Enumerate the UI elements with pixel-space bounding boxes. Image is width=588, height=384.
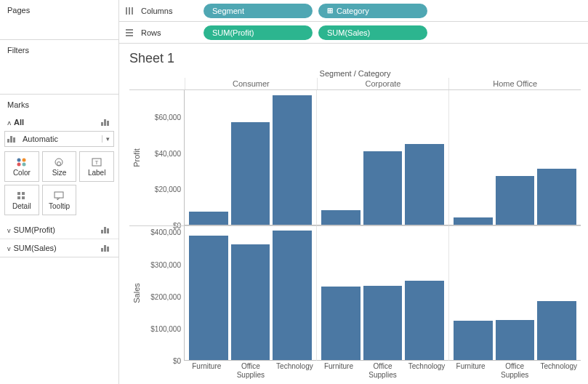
pill-category[interactable]: ⊞Category <box>318 4 427 18</box>
plot-area-profit <box>185 90 581 225</box>
axis-tick: $60,000 <box>155 113 181 121</box>
y-ticks-profit: $60,000$40,000$20,000$0 <box>144 90 185 225</box>
bar[interactable] <box>363 151 403 225</box>
bar-icon <box>101 119 111 126</box>
bar[interactable] <box>496 176 535 224</box>
y-ticks-sales: $400,000$300,000$200,000$100,000$0 <box>144 226 185 361</box>
segment-header-cell[interactable]: Corporate <box>317 78 449 89</box>
svg-rect-12 <box>55 192 63 198</box>
segment-header: ConsumerCorporateHome Office <box>185 78 581 89</box>
tooltip-icon <box>53 191 65 201</box>
x-category-label[interactable]: OfficeSupplies <box>493 361 537 381</box>
mark-type-value: Automatic <box>20 135 102 143</box>
svg-rect-14 <box>129 7 130 15</box>
label-card[interactable]: T Label <box>79 151 114 182</box>
svg-rect-11 <box>22 196 25 199</box>
chart-supertitle: Segment / Category <box>129 69 581 78</box>
segment-group <box>448 226 581 361</box>
main-area: Columns Segment ⊞Category Rows SUM(Profi… <box>119 0 588 384</box>
chevron-down-icon: v <box>7 245 11 252</box>
side-panel: Pages Filters Marks ʌAll Automatic ▾ <box>0 0 119 384</box>
segment-header-cell[interactable]: Consumer <box>185 78 317 89</box>
axis-tick: $400,000 <box>150 228 181 236</box>
x-category-label[interactable]: Technology <box>273 361 317 381</box>
bar[interactable] <box>454 217 493 225</box>
pages-title: Pages <box>7 6 30 15</box>
x-segment: FurnitureOfficeSuppliesTechnology <box>317 361 449 381</box>
segment-header-cell[interactable]: Home Office <box>448 78 581 89</box>
x-category-label[interactable]: Technology <box>536 361 581 381</box>
worksheet: Sheet 1 Segment / Category ConsumerCorpo… <box>119 44 588 384</box>
segment-group <box>185 90 316 225</box>
svg-point-5 <box>57 161 61 165</box>
columns-icon <box>124 7 135 15</box>
bar[interactable] <box>189 212 228 224</box>
marks-all-row[interactable]: ʌAll <box>4 115 114 129</box>
x-category-label[interactable]: OfficeSupplies <box>361 361 405 381</box>
marks-all-label: All <box>14 118 24 127</box>
svg-rect-17 <box>126 32 133 33</box>
bar[interactable] <box>537 301 576 360</box>
bar[interactable] <box>454 321 493 360</box>
svg-rect-8 <box>17 192 20 195</box>
bar[interactable] <box>537 169 576 224</box>
chevron-up-icon: ʌ <box>7 119 11 127</box>
x-category-label[interactable]: Furniture <box>317 361 361 381</box>
columns-label: Columns <box>141 7 198 15</box>
filters-title: Filters <box>7 46 29 55</box>
bar[interactable] <box>321 210 361 225</box>
bar[interactable] <box>189 236 228 360</box>
svg-rect-10 <box>17 196 20 199</box>
rows-shelf[interactable]: Rows SUM(Profit) SUM(Sales) <box>119 22 588 44</box>
svg-rect-16 <box>126 29 133 31</box>
pill-segment[interactable]: Segment <box>204 4 313 18</box>
x-segment: FurnitureOfficeSuppliesTechnology <box>185 361 317 381</box>
marks-card: Marks ʌAll Automatic ▾ Color <box>0 95 118 257</box>
columns-shelf[interactable]: Columns Segment ⊞Category <box>119 0 588 22</box>
x-axis: FurnitureOfficeSuppliesTechnologyFurnitu… <box>185 361 581 381</box>
chevron-down-icon: ▾ <box>102 135 113 143</box>
marks-measure-sales[interactable]: vSUM(Sales) <box>0 239 118 257</box>
svg-rect-13 <box>126 7 127 15</box>
axis-title-sales[interactable]: Sales <box>132 283 141 303</box>
axis-title-profit[interactable]: Profit <box>132 148 141 167</box>
pill-sum-sales[interactable]: SUM(Sales) <box>318 25 427 40</box>
x-category-label[interactable]: Technology <box>405 361 449 381</box>
x-category-label[interactable]: OfficeSupplies <box>229 361 273 381</box>
bar[interactable] <box>231 244 270 360</box>
chevron-down-icon: v <box>7 227 11 234</box>
svg-rect-18 <box>126 35 133 36</box>
x-category-label[interactable]: Furniture <box>185 361 229 381</box>
bar[interactable] <box>496 320 535 360</box>
axis-tick: $0 <box>173 357 181 365</box>
x-category-label[interactable]: Furniture <box>448 361 493 381</box>
bar[interactable] <box>273 95 312 224</box>
filters-card: Filters <box>0 40 118 95</box>
bar[interactable] <box>405 281 444 360</box>
bar-icon <box>101 226 111 233</box>
marks-measure-profit[interactable]: vSUM(Profit) <box>0 221 118 239</box>
size-icon <box>53 157 65 167</box>
svg-point-3 <box>22 162 25 166</box>
bar[interactable] <box>405 144 444 225</box>
size-card[interactable]: Size <box>42 151 77 182</box>
svg-rect-9 <box>22 192 25 195</box>
segment-group <box>316 90 448 225</box>
svg-point-1 <box>22 158 25 161</box>
bar[interactable] <box>321 287 361 360</box>
svg-rect-15 <box>132 7 133 15</box>
svg-point-2 <box>17 162 20 166</box>
bar[interactable] <box>273 231 312 360</box>
bar-icon <box>101 244 111 252</box>
chart-row-sales: Sales $400,000$300,000$200,000$100,000$0 <box>129 225 581 361</box>
pill-sum-profit[interactable]: SUM(Profit) <box>204 25 313 40</box>
color-card[interactable]: Color <box>4 151 39 182</box>
chart-row-profit: Profit $60,000$40,000$20,000$0 <box>129 89 581 225</box>
segment-group <box>316 226 448 361</box>
tooltip-card[interactable]: Tooltip <box>42 185 77 215</box>
sheet-title[interactable]: Sheet 1 <box>129 51 581 66</box>
bar[interactable] <box>231 122 270 224</box>
detail-card[interactable]: Detail <box>4 185 39 215</box>
bar[interactable] <box>363 286 403 360</box>
mark-type-select[interactable]: Automatic ▾ <box>4 131 114 147</box>
